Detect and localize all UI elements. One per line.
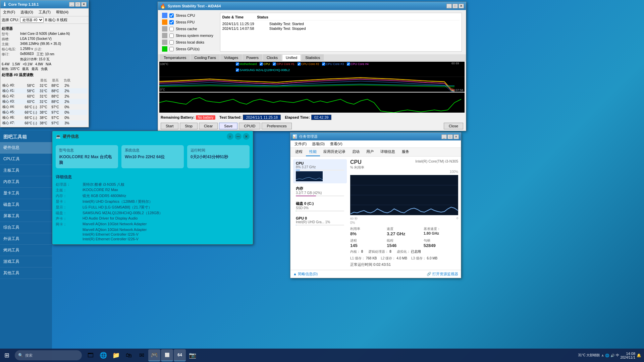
coretemp-minimize-button[interactable]: _ — [69, 2, 74, 7]
taskman-tab-process[interactable]: 进程 — [292, 148, 306, 156]
coretemp-menu-options[interactable]: 选项(O) — [18, 9, 36, 15]
sidebar-item-hwinfo[interactable]: 硬件信息 — [0, 142, 52, 154]
stress-cache-checkbox[interactable] — [169, 27, 174, 31]
taskman-minimize-button[interactable]: _ — [441, 134, 447, 139]
taskman-maximize-button[interactable]: □ — [447, 134, 453, 139]
sidebar-item-mobo[interactable]: 主板工具 — [0, 165, 52, 176]
sidebar-item-disk[interactable]: 磁盘工具 — [0, 199, 52, 210]
volume-icon[interactable]: 🔊 — [610, 354, 614, 357]
taskbar-app-explorer[interactable]: 📁 — [110, 349, 122, 361]
taskbar-app-game[interactable]: 🎮 — [148, 349, 160, 361]
stress-gpu-checkbox[interactable] — [169, 47, 174, 51]
sidebar-item-other[interactable]: 其他工具 — [0, 267, 52, 279]
sidebar-item-cpu[interactable]: CPU工具 — [0, 154, 52, 165]
stress-fpu-checkbox[interactable] — [169, 20, 174, 24]
taskman-close-button[interactable]: ✕ — [453, 134, 459, 139]
hwinfo-minimize-button[interactable]: — — [235, 133, 241, 140]
taskman-chevron-icon: ▲ — [293, 272, 298, 276]
list-item-mem[interactable]: 内存 3.2/7.7 GB (42%) — [293, 184, 347, 198]
taskman-stats-grid: 利用率 8% 速度 3.27 GHz 基准速度： 1.80 GHz 进程 145 — [350, 227, 458, 248]
aida64-cpuid-button[interactable]: CPUID — [239, 123, 260, 129]
taskman-menu-options[interactable]: 选项(O) — [310, 141, 327, 147]
list-item-gpu[interactable]: GPU 0 Intel(R) UHD Gra... 1% — [293, 214, 347, 228]
aida64-stop-button[interactable]: Stop — [180, 123, 198, 129]
tab-cooling-fans[interactable]: Cooling Fans — [191, 54, 220, 61]
tab-temperatures[interactable]: Temperatures — [160, 54, 190, 61]
taskman-tab-startup[interactable]: 启动 — [349, 148, 363, 156]
taskman-tab-history[interactable]: 应用历史记录 — [320, 148, 349, 156]
start-button[interactable]: ⊞ — [0, 349, 13, 362]
aida64-status-row-1: 2024/11/1 11:25:19 Stability Test: Start… — [222, 22, 460, 26]
coretemp-close-button[interactable]: ✕ — [81, 2, 87, 7]
sidebar-item-peripheral[interactable]: 外设工具 — [0, 233, 52, 245]
table-row: 核心 #1: 58°C 31°C 88°C 2% — [2, 88, 87, 94]
taskbar-app-taskview[interactable]: 🗔 — [85, 349, 97, 361]
taskman-menu-file[interactable]: 文件(F) — [292, 141, 309, 147]
sidebar-item-stress[interactable]: 烤鸡工具 — [0, 245, 52, 256]
coretemp-maximize-button[interactable]: □ — [75, 2, 80, 7]
stress-cpu-checkbox[interactable] — [169, 13, 174, 18]
tab-powers[interactable]: Powers — [243, 54, 262, 61]
list-item-cpu[interactable]: CPU 8% 3.27 GHz — [293, 159, 347, 183]
taskman-stat-base-speed: 基准速度： 1.80 GHz — [424, 227, 458, 236]
taskman-open-resource-monitor[interactable]: 🔗 打开资源监视器 — [427, 272, 458, 277]
taskbar-app-camera[interactable]: 📷 — [186, 349, 199, 361]
taskbar-search[interactable]: 🔍 搜索 — [15, 350, 82, 360]
tab-clocks[interactable]: Clocks — [263, 54, 281, 61]
app64-icon: 64 — [177, 353, 182, 357]
hwinfo-ram-label: 内存： — [56, 193, 83, 198]
notifications-button[interactable]: 🔔 — [637, 353, 641, 358]
hwinfo-card-system: 系统信息 Win10 Pro 22H2 64位 — [121, 145, 184, 168]
aida64-start-button[interactable]: Start — [161, 123, 178, 129]
stress-mem-checkbox[interactable] — [169, 34, 174, 38]
tab-voltages[interactable]: Voltages — [220, 54, 242, 61]
coretemp-revision-value: 0xB06E0 — [20, 52, 34, 57]
taskman-l2-label: L2 缓存： — [381, 256, 396, 260]
stress-disk-checkbox[interactable] — [169, 40, 174, 45]
aida64-preferences-button[interactable]: Preferences — [262, 123, 291, 129]
table-row: 核心 #2: 60°C 31°C 88°C 2% — [2, 94, 87, 99]
coretemp-menu-tools[interactable]: 工具(T) — [36, 9, 53, 15]
aida64-controls: _ □ ✕ — [446, 4, 464, 8]
taskman-threads-label: 线程 — [387, 238, 421, 243]
ime-icon[interactable]: 中 — [616, 353, 619, 358]
coretemp-cpu-select[interactable]: 处理器 #0 — [20, 17, 44, 23]
taskbar-app-store[interactable]: 🛍 — [123, 349, 135, 361]
list-item-disk[interactable]: 磁盘 0 (C:) SSD 0% — [293, 199, 347, 214]
taskman-menu-view[interactable]: 查看(V) — [328, 141, 344, 147]
taskman-tab-performance[interactable]: 性能 — [306, 148, 320, 156]
taskman-tab-users[interactable]: 用户 — [363, 148, 377, 156]
taskman-list: CPU 8% 3.27 GHz 内存 3.2/7.7 GB (42%) — [293, 159, 347, 267]
aida64-maximize-button[interactable]: □ — [452, 4, 458, 8]
hwinfo-menu-button[interactable]: ≡ — [227, 133, 233, 140]
aida64-clear-button[interactable]: Clear — [199, 123, 218, 129]
coretemp-menu-file[interactable]: 文件(F) — [0, 9, 18, 15]
taskbar: ⊞ 🔍 搜索 🗔 🌐 📁 🛍 ✉ 🎮 — [0, 349, 644, 362]
tab-unified[interactable]: Unified — [282, 54, 301, 61]
taskbar-app-64[interactable]: 64 — [174, 349, 186, 361]
taskman-cores-label: 内核： — [350, 250, 360, 253]
expand-tray-button[interactable]: ∧ — [601, 354, 604, 357]
hwinfo-close-button[interactable]: ✕ — [243, 133, 250, 140]
coretemp-freq-label: 主频: — [2, 42, 20, 47]
aida64-minimize-button[interactable]: _ — [446, 4, 452, 8]
sidebar-item-gpu[interactable]: 显卡工具 — [0, 188, 52, 199]
aida64-close-button[interactable]: ✕ — [459, 4, 464, 8]
coretemp-menu-help[interactable]: 帮助(H) — [53, 9, 71, 15]
tab-statistics[interactable]: Statistics — [302, 54, 324, 61]
taskman-compact-button[interactable]: ▲ 简略信息(D) — [293, 272, 318, 277]
taskbar-app-mail[interactable]: ✉ — [136, 349, 148, 361]
sidebar-item-game[interactable]: 游戏工具 — [0, 256, 52, 267]
aida64-save-button[interactable]: Save — [219, 123, 237, 129]
taskbar-app-cpu[interactable]: ⬜ — [161, 349, 173, 361]
sidebar-item-combined[interactable]: 综合工具 — [0, 222, 52, 233]
taskbar-clock[interactable]: 14:08 2024/11/1 — [621, 352, 636, 359]
taskbar-app-edge[interactable]: 🌐 — [97, 349, 109, 361]
taskman-uptime-label: 正常运行时间 — [350, 262, 372, 266]
aida64-close-window-button[interactable]: Close — [444, 123, 463, 129]
taskman-tab-details[interactable]: 详细信息 — [377, 148, 398, 156]
sidebar-item-mem[interactable]: 内存工具 — [0, 176, 52, 188]
sidebar-item-screen[interactable]: 屏幕工具 — [0, 210, 52, 222]
network-icon[interactable]: 🌐 — [605, 354, 609, 357]
taskman-tab-services[interactable]: 服务 — [398, 148, 413, 156]
